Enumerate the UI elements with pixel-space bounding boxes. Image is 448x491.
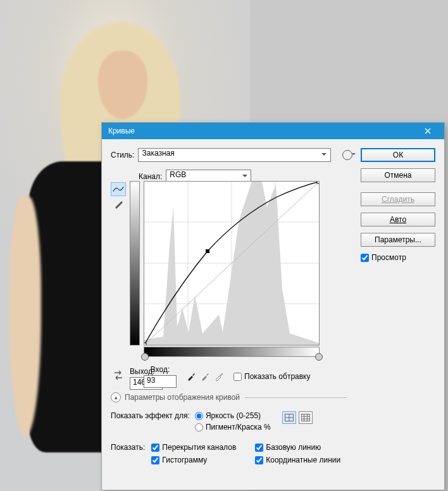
gray-point-eyedropper[interactable] [200,371,210,382]
channel-value: RGB [170,170,186,179]
black-point-eyedropper-icon [187,372,196,381]
curve-tool[interactable] [111,182,126,196]
smooth-button: Сгладить [361,192,435,206]
ok-button[interactable]: ОК [361,148,435,162]
preview-checkbox-input[interactable] [361,254,369,262]
grid-small-icon [285,414,294,421]
curve-panel: Выход: 146 [130,181,332,358]
options-button[interactable]: Параметры... [361,233,435,247]
dialog-title: Кривые [108,127,415,135]
auto-button[interactable]: Авто [361,213,435,227]
swap-axes-icon [113,370,124,380]
opt-gridlines-label: Координатные линии [266,456,340,464]
swap-axes-button[interactable] [111,368,126,382]
dialog-actions: ОК Отмена Сгладить Авто Параметры... Про… [361,148,435,262]
show-clipping-label: Показать обтравку [244,372,311,381]
preview-label: Просмотр [371,253,406,262]
mode-pigment-input[interactable] [195,423,203,432]
curve-svg [144,182,319,345]
black-point-slider[interactable] [141,353,149,361]
photo-region [9,196,41,437]
curves-dialog: Кривые ОК Отмена Сгладить Авто Параметры… [101,122,445,490]
opt-baseline-input[interactable] [255,444,263,452]
dialog-titlebar[interactable]: Кривые [102,123,444,139]
show-clipping-checkbox[interactable]: Показать обтравку [233,372,311,381]
opt-overlays-input[interactable] [151,444,159,452]
black-point-eyedropper[interactable] [186,371,196,382]
mode-pigment-label: Пигмент/Краска % [206,423,271,432]
separator [245,397,347,398]
mode-brightness-radio[interactable]: Яркость (0-255) [195,411,271,420]
opt-hist-label: Гистограмму [162,456,207,464]
auto-label: Авто [390,215,406,224]
opt-hist-checkbox[interactable]: Гистограмму [151,456,236,464]
curve-display-group: ▴ Параметры отображения кривой Показать … [111,392,347,468]
pencil-tool-icon [114,200,123,209]
style-value: Заказная [142,149,174,158]
curve-graph[interactable] [144,181,320,345]
preview-checkbox[interactable]: Просмотр [361,253,435,262]
white-point-slider[interactable] [315,353,323,361]
style-label: Стиль: [111,151,134,159]
opt-baseline-label: Базовую линию [266,443,321,452]
channel-label: Канал: [139,172,162,181]
opt-gridlines-input[interactable] [255,456,263,464]
white-point-eyedropper[interactable] [214,371,224,382]
output-gradient [130,181,140,345]
curve-point[interactable] [317,182,319,183]
show-clipping-input[interactable] [233,373,242,381]
white-point-eyedropper-icon [215,372,223,381]
show-effect-label: Показать эффект для: [111,411,190,420]
close-button[interactable] [415,125,440,137]
display-group-title: Параметры отображения кривой [125,393,240,402]
curve-point[interactable] [144,343,146,345]
input-gradient [144,347,320,357]
gear-icon[interactable] [342,150,352,160]
pencil-tool[interactable] [111,197,126,211]
cancel-button[interactable]: Отмена [361,168,435,182]
svg-rect-9 [301,414,309,421]
opt-gridlines-checkbox[interactable]: Координатные линии [255,456,340,464]
grid-small-button[interactable] [282,411,296,424]
grid-large-button[interactable] [299,411,313,424]
input-field[interactable]: 93 [144,375,177,388]
close-icon [425,128,431,134]
input-label: Вход: [144,365,177,374]
display-group-header[interactable]: ▴ Параметры отображения кривой [111,392,347,402]
style-select[interactable]: Заказная [138,148,331,162]
mode-brightness-input[interactable] [195,412,203,420]
show-label: Показать: [111,443,145,452]
curve-tool-icon [113,185,124,194]
opt-overlays-checkbox[interactable]: Перекрытия каналов [151,443,236,452]
opt-hist-input[interactable] [151,456,159,464]
chevron-up-icon: ▴ [111,392,121,402]
mode-brightness-label: Яркость (0-255) [206,411,261,420]
grid-large-icon [301,414,310,421]
smooth-label: Сгладить [382,195,414,204]
curve-point-selected[interactable] [206,249,209,253]
gray-point-eyedropper-icon [201,372,209,381]
opt-overlays-label: Перекрытия каналов [162,443,236,452]
opt-baseline-checkbox[interactable]: Базовую линию [255,443,340,452]
mode-pigment-radio[interactable]: Пигмент/Краска % [195,423,271,432]
